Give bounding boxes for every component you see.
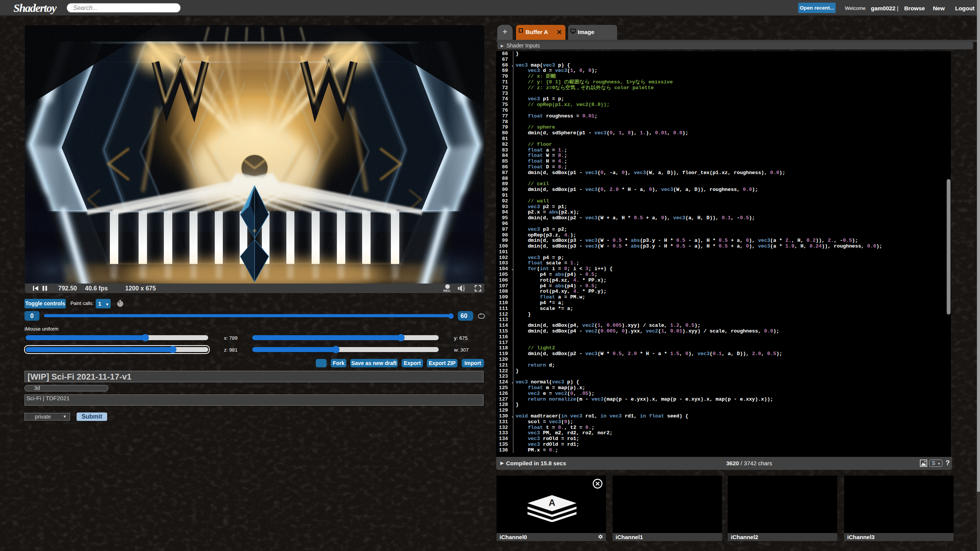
svg-text:A: A [549, 497, 555, 508]
